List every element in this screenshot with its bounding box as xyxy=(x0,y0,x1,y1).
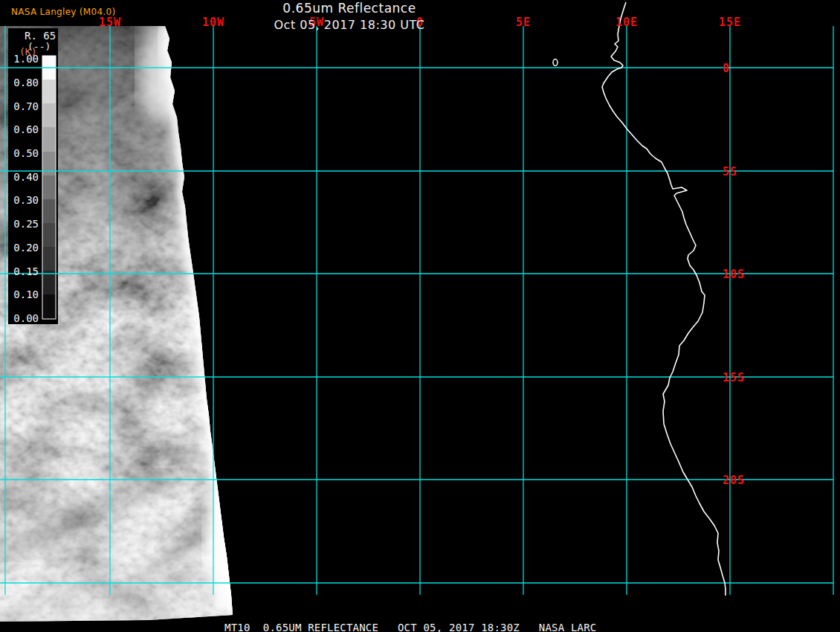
satellite-viewer: NASA Langley (M04.0) 0.65um Reflectance … xyxy=(0,0,840,632)
colorbar-tick-0.40: 0.40 xyxy=(8,171,39,183)
colorbar-band xyxy=(42,80,56,103)
colorbar-band xyxy=(42,127,56,152)
lat-label-20S: 20S xyxy=(723,474,745,487)
page-title: 0.65um Reflectance xyxy=(245,1,453,16)
lon-label-5E: 5E xyxy=(501,16,546,29)
satellite-map-canvas xyxy=(0,0,840,632)
lon-label-15W: 15W xyxy=(88,16,132,29)
title-block: 0.65um Reflectance Oct 05, 2017 18:30 UT… xyxy=(245,1,453,32)
timestamp-label: Oct 05, 2017 18:30 UTC xyxy=(245,18,453,32)
colorbar-tick-0.30: 0.30 xyxy=(8,194,39,206)
colorbar-band xyxy=(42,247,56,271)
colorbar-tick-0.60: 0.60 xyxy=(8,123,39,135)
colorbar-band xyxy=(42,175,56,199)
lon-label-10W: 10W xyxy=(191,16,236,29)
status-bar-text: MT10 0.65UM REFLECTANCE OCT 05, 2017 18:… xyxy=(224,622,596,632)
lat-label-10S: 10S xyxy=(723,268,745,281)
colorbar-tick-0.25: 0.25 xyxy=(8,218,39,230)
colorbar-band xyxy=(42,294,56,319)
colorbar-band xyxy=(42,199,56,223)
lat-label-15S: 15S xyxy=(723,371,745,384)
colorbar-tick-0.70: 0.70 xyxy=(8,100,39,112)
lat-label-5S: 5S xyxy=(723,165,737,178)
colorbar-tick-0.50: 0.50 xyxy=(8,147,39,159)
colorbar-tick-0.00: 0.00 xyxy=(8,312,39,324)
colorbar-band xyxy=(42,271,56,294)
lat-label-0: 0 xyxy=(723,62,730,75)
colorbar-band xyxy=(42,103,56,127)
lon-label-15E: 15E xyxy=(708,16,752,29)
colorbar-tick-0.15: 0.15 xyxy=(8,265,39,277)
colorbar-title: R. 65 xyxy=(25,30,56,42)
colorbar-tick-0.20: 0.20 xyxy=(8,242,39,254)
colorbar-tick-0.80: 0.80 xyxy=(8,77,39,88)
colorbar-tick-1.00: 1.00 xyxy=(8,53,39,65)
colorbar-band xyxy=(42,223,56,247)
colorbar-band xyxy=(42,152,56,175)
colorbar-tick-0.10: 0.10 xyxy=(8,288,39,300)
lon-label-10E: 10E xyxy=(604,16,649,29)
